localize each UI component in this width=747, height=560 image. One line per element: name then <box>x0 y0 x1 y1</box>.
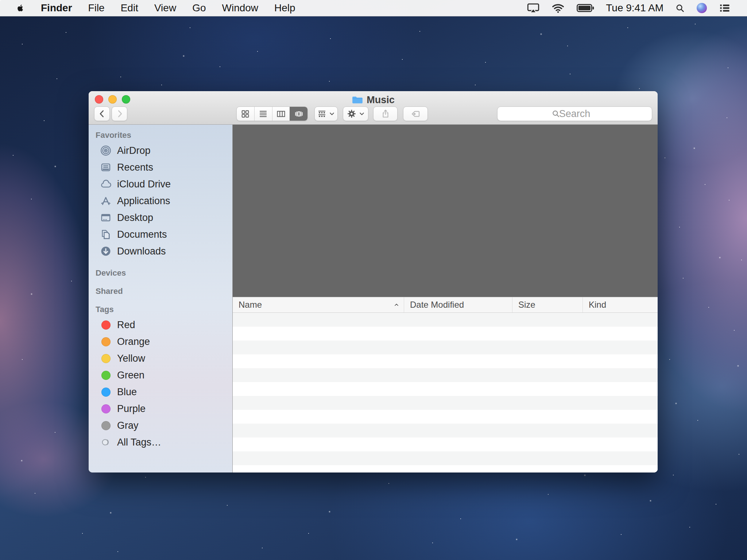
gear-icon <box>347 109 356 118</box>
column-header-date-modified[interactable]: Date Modified <box>404 297 512 312</box>
back-button[interactable] <box>94 106 110 121</box>
coverflow-view-icon <box>294 109 303 118</box>
sidebar-item-label: Red <box>117 319 135 331</box>
menu-edit[interactable]: Edit <box>121 2 138 14</box>
arrange-button[interactable] <box>314 106 338 121</box>
yellow-tag-dot <box>101 354 111 363</box>
notification-center-icon[interactable] <box>719 3 731 13</box>
list-view-button[interactable] <box>254 107 272 121</box>
column-header-size[interactable]: Size <box>512 297 583 312</box>
finder-main-pane: Name Date Modified Size Kind <box>233 125 658 472</box>
sidebar-item-icloud-drive[interactable]: iCloud Drive <box>89 176 232 192</box>
sidebar-item-label: Applications <box>117 195 170 207</box>
menu-view[interactable]: View <box>154 2 176 14</box>
apple-menu-icon[interactable] <box>15 3 25 13</box>
menu-file[interactable]: File <box>88 2 105 14</box>
column-header-name[interactable]: Name <box>233 297 404 312</box>
arrange-icon <box>317 109 326 118</box>
sidebar-tag-red[interactable]: Red <box>89 316 232 333</box>
airdrop-icon <box>100 145 111 156</box>
menu-bar-clock[interactable]: Tue 9:41 AM <box>606 2 663 14</box>
sidebar-item-label: Purple <box>117 403 146 415</box>
coverflow-view-button[interactable] <box>290 107 307 121</box>
recents-icon <box>100 162 111 173</box>
sidebar-tag-blue[interactable]: Blue <box>89 384 232 400</box>
menu-go[interactable]: Go <box>192 2 206 14</box>
sidebar-tag-green[interactable]: Green <box>89 367 232 384</box>
tag-icon <box>411 109 421 119</box>
menu-help[interactable]: Help <box>274 2 295 14</box>
column-label: Date Modified <box>410 300 464 310</box>
tag-button[interactable] <box>403 106 428 121</box>
action-button[interactable] <box>343 106 368 121</box>
window-title-group: Music <box>89 94 658 106</box>
siri-icon[interactable] <box>697 3 707 13</box>
sidebar-item-label: Desktop <box>117 212 153 223</box>
column-view-icon <box>276 109 286 118</box>
sidebar-section-tags: Tags <box>96 305 232 314</box>
sidebar-item-recents[interactable]: Recents <box>89 159 232 176</box>
folder-icon <box>352 95 363 105</box>
sort-ascending-icon <box>394 302 399 308</box>
window-content: Favorites AirDrop Recents iCloud Drive <box>89 125 658 472</box>
airplay-icon[interactable] <box>527 3 539 13</box>
menu-bar: Finder File Edit View Go Window Help Tue… <box>0 0 747 16</box>
sidebar-item-documents[interactable]: Documents <box>89 226 232 243</box>
sidebar-item-label: All Tags… <box>117 437 161 448</box>
forward-button[interactable] <box>112 106 127 121</box>
chevron-down-icon <box>359 111 365 117</box>
sidebar-item-label: Yellow <box>117 353 145 364</box>
sidebar-tag-purple[interactable]: Purple <box>89 400 232 417</box>
coverflow-preview-area <box>233 125 658 297</box>
sidebar-tag-gray[interactable]: Gray <box>89 417 232 434</box>
sidebar-item-label: Recents <box>117 162 153 173</box>
share-icon <box>381 109 390 118</box>
all-tags-icon <box>100 437 111 448</box>
sidebar-item-label: Gray <box>117 420 139 431</box>
battery-icon[interactable] <box>577 4 594 12</box>
column-label: Kind <box>589 300 606 310</box>
sidebar-item-label: Green <box>117 370 144 381</box>
column-view-button[interactable] <box>272 107 290 121</box>
purple-tag-dot <box>101 404 111 413</box>
sidebar-item-airdrop[interactable]: AirDrop <box>89 142 232 159</box>
sidebar-item-desktop[interactable]: Desktop <box>89 209 232 226</box>
sidebar-section-favorites: Favorites <box>96 131 232 140</box>
column-label: Size <box>518 300 535 310</box>
sidebar-section-shared: Shared <box>96 287 232 296</box>
share-button[interactable] <box>373 106 398 121</box>
spotlight-icon[interactable] <box>675 3 685 13</box>
red-tag-dot <box>101 320 111 330</box>
menu-finder[interactable]: Finder <box>41 2 72 14</box>
sidebar-item-all-tags[interactable]: All Tags… <box>89 434 232 451</box>
sidebar-item-label: Blue <box>117 386 137 398</box>
sidebar-item-applications[interactable]: Applications <box>89 192 232 209</box>
green-tag-dot <box>101 371 111 380</box>
sidebar-section-devices: Devices <box>96 268 232 278</box>
file-list-empty-area[interactable] <box>233 313 658 472</box>
gray-tag-dot <box>101 421 111 430</box>
column-label: Name <box>239 300 262 310</box>
finder-sidebar: Favorites AirDrop Recents iCloud Drive <box>89 125 233 472</box>
downloads-icon <box>100 246 111 257</box>
chevron-down-icon <box>329 111 335 117</box>
column-header-kind[interactable]: Kind <box>583 297 658 312</box>
applications-icon <box>100 195 111 206</box>
desktop-icon <box>100 212 111 223</box>
sidebar-tag-orange[interactable]: Orange <box>89 333 232 350</box>
list-column-headers: Name Date Modified Size Kind <box>233 297 658 313</box>
orange-tag-dot <box>101 337 111 346</box>
wifi-icon[interactable] <box>551 3 565 13</box>
window-title: Music <box>367 94 395 106</box>
icon-view-icon <box>241 109 250 118</box>
window-titlebar: Music <box>89 91 658 125</box>
documents-icon <box>100 229 111 240</box>
icloud-icon <box>100 179 111 190</box>
search-input[interactable] <box>497 106 652 121</box>
menu-window[interactable]: Window <box>222 2 258 14</box>
sidebar-tag-yellow[interactable]: Yellow <box>89 350 232 367</box>
view-mode-segmented-control <box>236 106 308 121</box>
icon-view-button[interactable] <box>237 107 254 121</box>
list-view-icon <box>259 109 268 118</box>
sidebar-item-downloads[interactable]: Downloads <box>89 243 232 260</box>
